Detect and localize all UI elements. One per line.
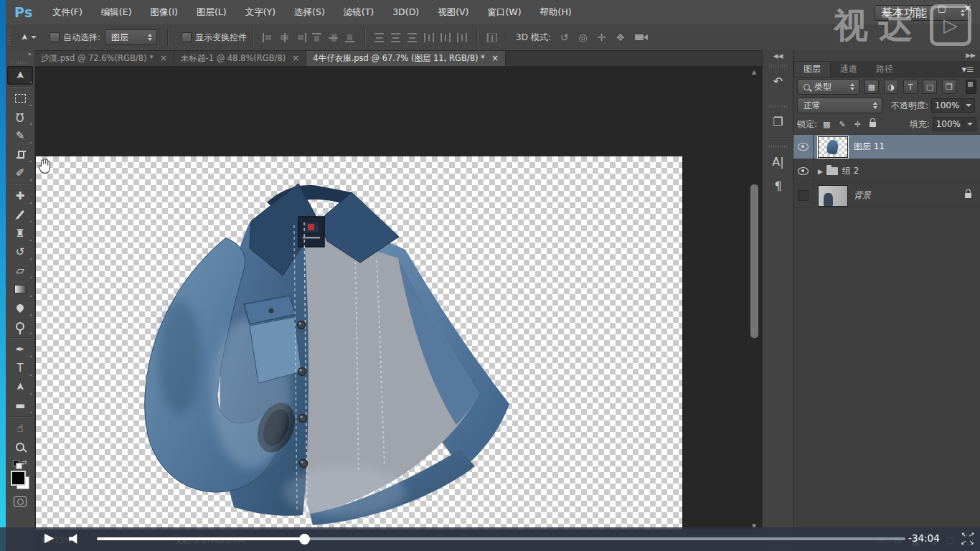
align-bottom-edges-icon[interactable] <box>345 33 356 42</box>
lock-position-icon[interactable]: ✛ <box>854 120 861 129</box>
history-panel-icon[interactable]: ↶ <box>766 70 791 92</box>
blend-mode-select[interactable]: 正常 <box>797 98 882 113</box>
tool-quick-select[interactable]: ✎ <box>7 126 33 145</box>
options-grip[interactable] <box>7 29 11 45</box>
tab-document-1[interactable]: 沙漠.psd @ 72.6%(RGB/8) * × <box>34 50 174 66</box>
filter-pixel-layers-icon[interactable]: ▦ <box>864 80 879 94</box>
opacity-input[interactable]: 100% <box>931 98 975 113</box>
canvas-area[interactable]: ▲ ▼ 67.71% 文档:5.17M/23.6M <box>34 66 762 551</box>
3d-rotate-icon[interactable]: ↺ <box>560 32 569 43</box>
canvas-vertical-scrollbar[interactable]: ▲ ▼ <box>749 69 759 529</box>
tool-lasso[interactable]: Ω <box>7 108 33 126</box>
scrollbar-thumb[interactable] <box>750 184 759 339</box>
tool-path-select[interactable]: ➤ <box>7 377 33 396</box>
visibility-cell[interactable] <box>793 135 814 159</box>
layer-row-selected[interactable]: 图层 11 <box>793 135 980 159</box>
visibility-cell[interactable] <box>793 159 814 183</box>
layer-row-background[interactable]: 背景 <box>793 184 980 208</box>
distribute-left-icon[interactable] <box>424 33 435 42</box>
tab-close-icon[interactable]: × <box>292 53 299 63</box>
tool-preset-picker[interactable]: ➤ <box>15 32 42 42</box>
menu-select[interactable]: 选择(S) <box>285 0 334 24</box>
chevron-down-icon[interactable] <box>966 104 971 107</box>
show-transform-checkbox[interactable] <box>182 32 192 42</box>
tool-eraser[interactable]: ▱ <box>7 261 33 280</box>
align-horizontal-centers-icon[interactable] <box>279 33 290 42</box>
menu-file[interactable]: 文件(F) <box>43 0 92 24</box>
panels-collapse-button[interactable]: ◀◀ <box>763 50 793 62</box>
swap-colors-icon[interactable]: ⇄ <box>22 459 27 466</box>
tool-zoom[interactable] <box>7 438 33 456</box>
3d-panel-icon[interactable]: ❒ <box>766 110 791 132</box>
3d-drag-icon[interactable]: ✛ <box>598 32 606 43</box>
tab-close-icon[interactable]: × <box>491 53 499 63</box>
layer-row-group[interactable]: ▶ 组 2 <box>793 159 980 184</box>
tool-dodge[interactable] <box>7 317 33 336</box>
toolbar-grip[interactable] <box>11 61 29 64</box>
tool-move[interactable]: ➤ <box>7 66 33 85</box>
align-left-edges-icon[interactable] <box>263 33 273 42</box>
tool-hand[interactable]: ☝ <box>7 419 33 438</box>
layer-thumbnail[interactable] <box>818 185 848 207</box>
tab-document-3-active[interactable]: 4牛仔衣服.psd @ 67.7% (图层 11, RGB/8) * × <box>306 50 506 66</box>
tool-spot-healing[interactable]: ✚ <box>7 187 33 205</box>
menu-window[interactable]: 窗口(W) <box>478 0 530 24</box>
progress-played[interactable] <box>97 537 305 540</box>
lock-pixels-icon[interactable]: ✎ <box>839 120 845 129</box>
auto-select-target-select[interactable]: 图层 <box>105 29 157 45</box>
paragraph-panel-icon[interactable]: ¶ <box>766 175 791 197</box>
default-colors-icon[interactable] <box>13 460 19 466</box>
tool-gradient[interactable] <box>7 280 33 298</box>
tool-clone-stamp[interactable]: ♜ <box>7 224 33 242</box>
minimize-button[interactable]: ─ <box>908 1 924 16</box>
3d-camera-icon[interactable] <box>635 34 644 40</box>
maximize-button[interactable]: ▢ <box>934 1 950 16</box>
tab-channels[interactable]: 通道 <box>831 61 867 77</box>
3d-slide-icon[interactable]: ❖ <box>616 32 626 43</box>
align-right-edges-icon[interactable] <box>296 33 306 42</box>
tab-paths[interactable]: 路径 <box>867 61 903 77</box>
tool-brush[interactable] <box>7 205 33 224</box>
menu-help[interactable]: 帮助(H) <box>531 0 581 24</box>
distribute-horizontal-icon[interactable] <box>440 33 451 42</box>
tool-rect-marquee[interactable] <box>7 89 33 108</box>
layer-name[interactable]: 图层 11 <box>854 141 885 153</box>
distribute-vertical-icon[interactable] <box>391 33 402 42</box>
tab-close-icon[interactable]: × <box>160 53 167 63</box>
menu-layer[interactable]: 图层(L) <box>187 0 236 24</box>
filter-type-layers-icon[interactable]: T <box>903 80 918 94</box>
menu-3d[interactable]: 3D(D) <box>383 0 428 24</box>
layer-name[interactable]: 背景 <box>854 189 871 202</box>
panel-expand-button[interactable]: ▶▶ <box>793 50 980 61</box>
tab-document-2[interactable]: 未标题-1 @ 48.8%(RGB/8) × <box>174 50 306 66</box>
tool-history-brush[interactable]: ↺ <box>7 242 33 261</box>
menu-view[interactable]: 视图(V) <box>428 0 478 24</box>
filter-adjustment-layers-icon[interactable]: ◑ <box>884 80 898 94</box>
panel-grip[interactable] <box>769 105 788 108</box>
distribute-top-icon[interactable] <box>374 33 385 42</box>
panel-menu-icon[interactable]: ▾≡ <box>956 61 980 77</box>
tool-crop[interactable] <box>7 145 33 164</box>
document-canvas[interactable] <box>36 156 682 537</box>
menu-edit[interactable]: 编辑(E) <box>92 0 141 24</box>
tool-shape[interactable]: ▬ <box>7 396 33 415</box>
panel-grip[interactable] <box>769 145 788 148</box>
tool-pen[interactable]: ✒ <box>7 340 33 359</box>
chevron-down-icon[interactable] <box>967 123 973 126</box>
fill-input[interactable]: 100% <box>933 117 976 131</box>
quick-mask-button[interactable] <box>14 496 27 507</box>
menu-filter[interactable]: 滤镜(T) <box>334 0 383 24</box>
menu-type[interactable]: 文字(Y) <box>236 0 285 24</box>
progress-handle[interactable] <box>299 534 310 545</box>
fullscreen-icon[interactable]: ↖↗↙↘ <box>959 531 975 547</box>
filter-shape-layers-icon[interactable]: ▢ <box>923 80 937 94</box>
menu-image[interactable]: 图像(I) <box>141 0 187 24</box>
auto-align-layers-icon[interactable] <box>486 33 497 42</box>
distribute-right-icon[interactable] <box>457 33 468 42</box>
foreground-color-swatch[interactable] <box>11 471 26 486</box>
layer-thumbnail[interactable] <box>818 136 848 158</box>
lock-transparent-icon[interactable]: ▩ <box>823 120 830 129</box>
volume-icon[interactable] <box>69 534 80 544</box>
auto-select-checkbox[interactable] <box>50 32 60 42</box>
tool-eyedropper[interactable]: ✐ <box>7 164 33 182</box>
